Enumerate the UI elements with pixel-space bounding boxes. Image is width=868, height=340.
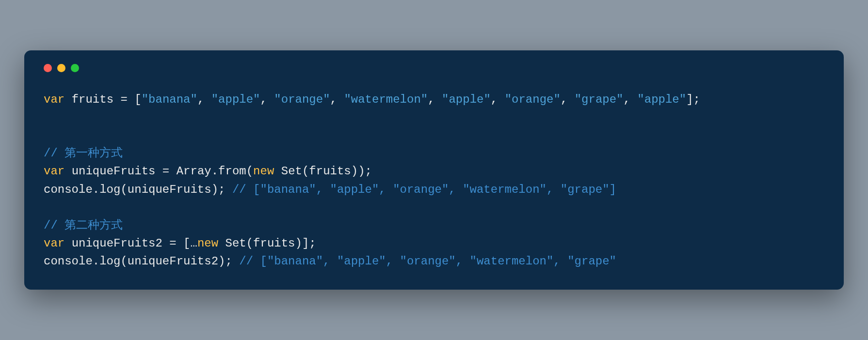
bracket: ]; — [686, 93, 700, 106]
code-text: Array.from( — [177, 165, 253, 178]
maximize-icon[interactable] — [71, 64, 79, 72]
string-literal: "orange" — [274, 93, 330, 106]
comma: , — [491, 93, 505, 106]
code-text: = [… — [162, 237, 197, 250]
code-text: console.log(uniqueFruits); — [44, 183, 232, 196]
code-text: = — [155, 165, 176, 178]
comment: // ["banana", "apple", "orange", "waterm… — [239, 255, 616, 268]
code-window: var fruits = ["banana", "apple", "orange… — [24, 50, 844, 290]
code-text: Set(fruits)); — [274, 165, 372, 178]
code-block: var fruits = ["banana", "apple", "orange… — [44, 91, 824, 271]
keyword-var: var — [44, 237, 64, 250]
string-literal: "orange" — [505, 93, 561, 106]
string-literal: "banana" — [142, 93, 197, 106]
string-literal: "apple" — [637, 93, 686, 106]
comment: // 第二种方式 — [44, 219, 123, 232]
string-literal: "watermelon" — [344, 93, 428, 106]
close-icon[interactable] — [44, 64, 52, 72]
comma: , — [197, 93, 211, 106]
code-text — [64, 237, 71, 250]
comma: , — [330, 93, 344, 106]
window-titlebar — [44, 64, 824, 72]
identifier: fruits — [72, 93, 113, 106]
string-literal: "apple" — [442, 93, 491, 106]
comment: // ["banana", "apple", "orange", "waterm… — [232, 183, 616, 196]
comma: , — [561, 93, 575, 106]
code-text — [64, 93, 71, 106]
bracket: [ — [134, 93, 141, 106]
code-text: Set(fruits)]; — [218, 237, 316, 250]
string-literal: "grape" — [575, 93, 624, 106]
comment: // 第一种方式 — [44, 147, 123, 160]
comma: , — [428, 93, 442, 106]
identifier: uniqueFruits — [72, 165, 156, 178]
minimize-icon[interactable] — [57, 64, 65, 72]
keyword-new: new — [197, 237, 218, 250]
comma: , — [624, 93, 638, 106]
code-text: console.log(uniqueFruits2); — [44, 255, 239, 268]
keyword-var: var — [44, 93, 64, 106]
code-text: = — [113, 93, 134, 106]
comma: , — [260, 93, 274, 106]
identifier: uniqueFruits2 — [72, 237, 162, 250]
string-literal: "apple" — [211, 93, 260, 106]
keyword-var: var — [44, 165, 64, 178]
keyword-new: new — [253, 165, 274, 178]
code-text — [64, 165, 71, 178]
